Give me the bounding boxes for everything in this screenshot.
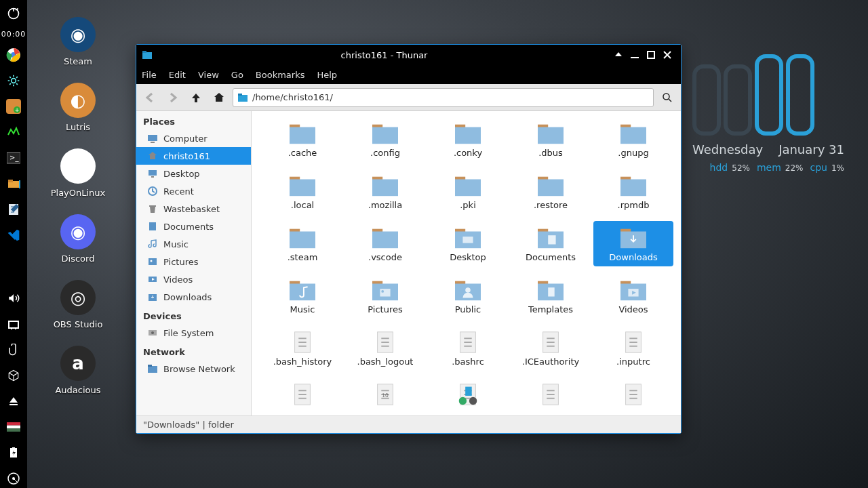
sidebar-item-christo161[interactable]: christo161: [136, 147, 251, 165]
desktop-icon-obs[interactable]: ◎ OBS Studio: [37, 280, 119, 329]
menu-help[interactable]: Help: [317, 70, 337, 80]
desktop-icon-playonlinux[interactable]: ✦ PlayOnLinux: [37, 148, 119, 198]
menu-file[interactable]: File: [142, 70, 157, 80]
notes-icon[interactable]: [4, 200, 23, 219]
svg-rect-72: [548, 235, 555, 244]
titlebar[interactable]: christo161 - Thunar: [136, 45, 681, 65]
battery-icon[interactable]: [4, 443, 23, 462]
monitor-icon[interactable]: [4, 123, 23, 142]
file-item[interactable]: .rpmdb: [593, 169, 673, 214]
svg-rect-21: [142, 52, 152, 59]
up-button[interactable]: [186, 88, 205, 107]
svg-rect-56: [372, 180, 398, 197]
network-icon[interactable]: [4, 314, 23, 333]
forward-button[interactable]: [163, 88, 182, 107]
file-item[interactable]: [511, 378, 591, 413]
flag-icon[interactable]: [4, 418, 23, 436]
file-item[interactable]: .conky: [428, 117, 508, 162]
home-button[interactable]: [210, 88, 229, 107]
desktop-icon-audacious[interactable]: a Audacious: [37, 346, 119, 395]
menu-view[interactable]: View: [198, 70, 219, 80]
file-item[interactable]: Documents: [511, 221, 591, 266]
chrome-icon[interactable]: [4, 45, 23, 64]
svg-rect-54: [290, 180, 315, 197]
package-icon[interactable]: [4, 366, 23, 385]
file-item[interactable]: .dbus: [511, 117, 591, 162]
file-item[interactable]: Pictures: [345, 273, 425, 319]
menu-go[interactable]: Go: [231, 70, 243, 80]
file-item[interactable]: .vscode: [345, 221, 425, 266]
rollup-button[interactable]: [610, 47, 627, 63]
file-item[interactable]: Videos: [593, 273, 673, 319]
file-item[interactable]: .gnupg: [593, 117, 673, 162]
desktop-icon-discord[interactable]: ◉ Discord: [37, 214, 119, 264]
file-item[interactable]: Desktop: [428, 221, 508, 266]
sidebar-item-recent[interactable]: Recent: [136, 182, 251, 200]
eject-icon[interactable]: [4, 392, 23, 411]
menu-edit[interactable]: Edit: [169, 70, 186, 80]
svg-rect-22: [142, 51, 146, 53]
close-button[interactable]: [659, 47, 675, 63]
sidebar-item-downloads[interactable]: Downloads: [136, 288, 251, 306]
file-item[interactable]: .steam: [262, 221, 342, 266]
files-icon[interactable]: [4, 174, 23, 193]
minimize-button[interactable]: [627, 47, 643, 63]
file-item[interactable]: [262, 378, 342, 413]
sidebar-header: Places: [136, 111, 251, 129]
sidebar-item-music[interactable]: Music: [136, 235, 251, 253]
clip-icon[interactable]: [4, 340, 23, 359]
file-item[interactable]: .inputrc: [593, 325, 673, 371]
sidebar-item-file-system[interactable]: File System: [136, 324, 251, 342]
file-item[interactable]: .bash_history: [262, 325, 342, 371]
svg-rect-10: [8, 180, 13, 182]
svg-point-3: [12, 79, 16, 83]
search-button[interactable]: [658, 88, 677, 107]
sidebar-item-desktop[interactable]: Desktop: [136, 165, 251, 182]
stat-cpu-label: cpu: [810, 162, 827, 173]
svg-point-20: [12, 477, 15, 480]
file-item[interactable]: Templates: [511, 273, 591, 319]
desktop-icon-lutris[interactable]: ◐ Lutris: [37, 83, 119, 132]
file-manager-window: christo161 - Thunar FileEditViewGoBookma…: [136, 44, 682, 434]
back-button[interactable]: [140, 88, 159, 107]
file-item[interactable]: Public: [428, 273, 508, 319]
volume-icon[interactable]: [4, 289, 23, 308]
icon-view[interactable]: .cache.config.conky.dbus.gnupg.local.moz…: [252, 111, 681, 415]
svg-rect-28: [148, 135, 157, 141]
file-item[interactable]: .bashrc: [428, 325, 508, 371]
file-item[interactable]: .cache: [262, 117, 342, 162]
logout-icon[interactable]: [4, 4, 23, 23]
file-item[interactable]: .local: [262, 169, 342, 214]
file-item[interactable]: Music: [262, 273, 342, 319]
svg-rect-29: [151, 142, 155, 143]
sidebar-item-wastebasket[interactable]: Wastebasket: [136, 200, 251, 218]
disk-icon[interactable]: [4, 469, 23, 488]
file-item[interactable]: [593, 378, 673, 413]
file-item[interactable]: Downloads: [593, 221, 673, 266]
sidebar-item-documents[interactable]: Documents: [136, 218, 251, 235]
file-item[interactable]: .config: [345, 117, 425, 162]
location-bar[interactable]: /home/christo161/: [233, 88, 654, 107]
file-item[interactable]: .bash_logout: [345, 325, 425, 371]
file-item[interactable]: .mozilla: [345, 169, 425, 214]
sidebar-item-videos[interactable]: Videos: [136, 270, 251, 288]
file-item[interactable]: .restore: [511, 169, 591, 214]
svg-rect-64: [290, 232, 315, 249]
steam-addon-icon[interactable]: +: [4, 97, 23, 116]
file-item[interactable]: [428, 378, 508, 413]
menu-bookmarks[interactable]: Bookmarks: [256, 70, 305, 80]
gear-icon[interactable]: [4, 71, 23, 90]
maximize-button[interactable]: [643, 47, 659, 63]
vscode-icon[interactable]: [4, 226, 23, 245]
terminal-icon[interactable]: >_: [4, 148, 23, 167]
sidebar-item-computer[interactable]: Computer: [136, 129, 251, 147]
file-item[interactable]: .pki: [428, 169, 508, 214]
sidebar-item-browse-network[interactable]: Browse Network: [136, 360, 251, 378]
svg-rect-52: [620, 127, 646, 144]
file-item[interactable]: .ICEauthority: [511, 325, 591, 371]
svg-text:+: +: [15, 107, 20, 113]
desktop-icon-steam[interactable]: ◉ Steam: [37, 17, 119, 66]
sidebar-item-pictures[interactable]: Pictures: [136, 253, 251, 270]
file-item[interactable]: 10: [345, 378, 425, 413]
sidebar: PlacesComputerchristo161DesktopRecentWas…: [136, 111, 252, 415]
